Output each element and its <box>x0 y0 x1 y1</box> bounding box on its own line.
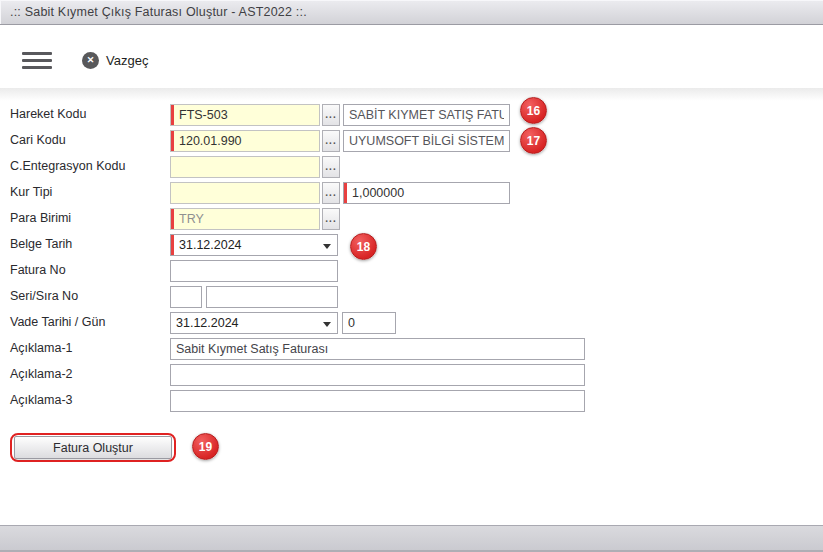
row-hareket-kodu: Hareket Kodu ... <box>10 104 585 130</box>
chevron-down-icon <box>323 322 331 327</box>
toolbar: ✕ Vazgeç <box>22 44 148 76</box>
chevron-down-icon <box>323 244 331 249</box>
row-seri-sira-no: Seri/Sıra No <box>10 286 585 312</box>
fatura-no-label: Fatura No <box>10 260 170 281</box>
row-vade-tarihi: Vade Tarihi / Gün 31.12.2024 <box>10 312 585 338</box>
annotation-badge-18: 18 <box>350 233 377 260</box>
row-belge-tarih: Belge Tarih 31.12.2024 <box>10 234 585 260</box>
status-bar <box>0 525 823 552</box>
x-circle-icon: ✕ <box>82 52 99 69</box>
kur-tipi-lookup-button[interactable]: ... <box>322 182 340 204</box>
invoice-form: Hareket Kodu ... Cari Kodu ... C.Entegra… <box>10 104 585 416</box>
centegrasyon-kodu-label: C.Entegrasyon Kodu <box>10 156 170 177</box>
para-birimi-input[interactable] <box>170 208 320 230</box>
kur-rate-input[interactable] <box>343 182 510 204</box>
row-cari-kodu: Cari Kodu ... <box>10 130 585 156</box>
hareket-kodu-desc <box>343 104 510 126</box>
cari-kodu-desc <box>343 130 510 152</box>
cancel-button[interactable]: ✕ Vazgeç <box>82 52 148 69</box>
vade-tarihi-value: 31.12.2024 <box>176 316 239 330</box>
kur-tipi-input[interactable] <box>170 182 320 204</box>
create-invoice-button[interactable]: Fatura Oluştur <box>14 436 172 459</box>
sira-input[interactable] <box>206 286 338 308</box>
belge-tarih-label: Belge Tarih <box>10 234 170 255</box>
aciklama-2-input[interactable] <box>170 364 585 386</box>
aciklama-3-input[interactable] <box>170 390 585 412</box>
cari-kodu-input[interactable] <box>170 130 320 152</box>
centegrasyon-kodu-lookup-button[interactable]: ... <box>322 156 340 178</box>
hareket-kodu-input[interactable] <box>170 104 320 126</box>
belge-tarih-select[interactable]: 31.12.2024 <box>170 234 338 256</box>
title-bar: .:: Sabit Kıymet Çıkış Faturası Oluştur … <box>0 0 823 25</box>
annotation-badge-17: 17 <box>520 127 547 154</box>
vade-tarihi-select[interactable]: 31.12.2024 <box>170 312 338 334</box>
cari-kodu-lookup-button[interactable]: ... <box>322 130 340 152</box>
seri-sira-no-label: Seri/Sıra No <box>10 286 170 307</box>
para-birimi-lookup-button[interactable]: ... <box>322 208 340 230</box>
hareket-kodu-lookup-button[interactable]: ... <box>322 104 340 126</box>
hareket-kodu-label: Hareket Kodu <box>10 104 170 125</box>
annotation-badge-16: 16 <box>520 97 547 124</box>
row-aciklama-3: Açıklama-3 <box>10 390 585 416</box>
kur-tipi-label: Kur Tipi <box>10 182 170 203</box>
annotation-badge-19: 19 <box>192 433 219 460</box>
aciklama-1-label: Açıklama-1 <box>10 338 170 359</box>
aciklama-1-input[interactable] <box>170 338 585 360</box>
row-kur-tipi: Kur Tipi ... <box>10 182 585 208</box>
row-aciklama-2: Açıklama-2 <box>10 364 585 390</box>
seri-input[interactable] <box>170 286 202 308</box>
row-para-birimi: Para Birimi ... <box>10 208 585 234</box>
gun-input[interactable] <box>342 312 396 334</box>
window-title: .:: Sabit Kıymet Çıkış Faturası Oluştur … <box>10 5 307 19</box>
vade-tarihi-label: Vade Tarihi / Gün <box>10 312 170 333</box>
row-fatura-no: Fatura No <box>10 260 585 286</box>
row-centegrasyon-kodu: C.Entegrasyon Kodu ... <box>10 156 585 182</box>
toolbar-separator <box>0 88 823 101</box>
centegrasyon-kodu-input[interactable] <box>170 156 320 178</box>
cari-kodu-label: Cari Kodu <box>10 130 170 151</box>
aciklama-3-label: Açıklama-3 <box>10 390 170 411</box>
cancel-button-label: Vazgeç <box>106 53 148 68</box>
menu-hamburger-icon[interactable] <box>22 52 52 69</box>
para-birimi-label: Para Birimi <box>10 208 170 229</box>
fatura-no-input[interactable] <box>170 260 338 282</box>
window: .:: Sabit Kıymet Çıkış Faturası Oluştur … <box>0 0 823 552</box>
aciklama-2-label: Açıklama-2 <box>10 364 170 385</box>
belge-tarih-value: 31.12.2024 <box>179 238 242 252</box>
row-aciklama-1: Açıklama-1 <box>10 338 585 364</box>
